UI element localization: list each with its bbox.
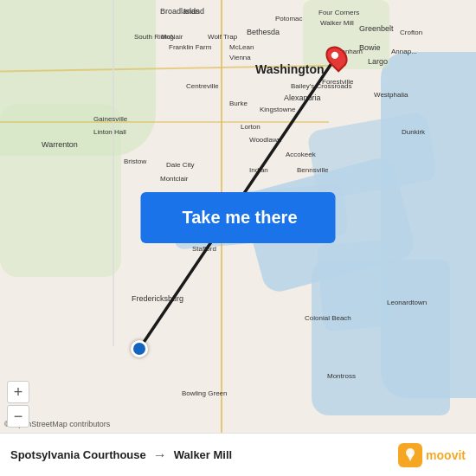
route-arrow-icon: → xyxy=(153,447,167,463)
destination-pin-dot xyxy=(330,50,339,60)
route-info: Spotsylvania Courthouse → Walker Mill xyxy=(10,447,232,463)
moovit-text-label: moovit xyxy=(426,448,466,462)
zoom-controls: + − xyxy=(7,381,29,429)
zoom-out-button[interactable]: − xyxy=(7,405,29,428)
destination-marker xyxy=(327,45,346,69)
moovit-logo: moovit xyxy=(398,443,466,467)
moovit-icon xyxy=(398,443,422,467)
origin-marker xyxy=(131,340,148,357)
route-from-label: Spotsylvania Courthouse xyxy=(10,448,146,461)
bottom-bar: Spotsylvania Courthouse → Walker Mill mo… xyxy=(0,433,476,476)
route-to-label: Walker Mill xyxy=(174,448,232,461)
svg-marker-2 xyxy=(407,454,414,461)
map-container: Washington Bethesda Alexandria Bowie Lar… xyxy=(0,0,476,433)
take-me-there-button[interactable]: Take me there xyxy=(141,192,336,243)
moovit-svg xyxy=(402,447,418,463)
zoom-in-button[interactable]: + xyxy=(7,381,29,403)
